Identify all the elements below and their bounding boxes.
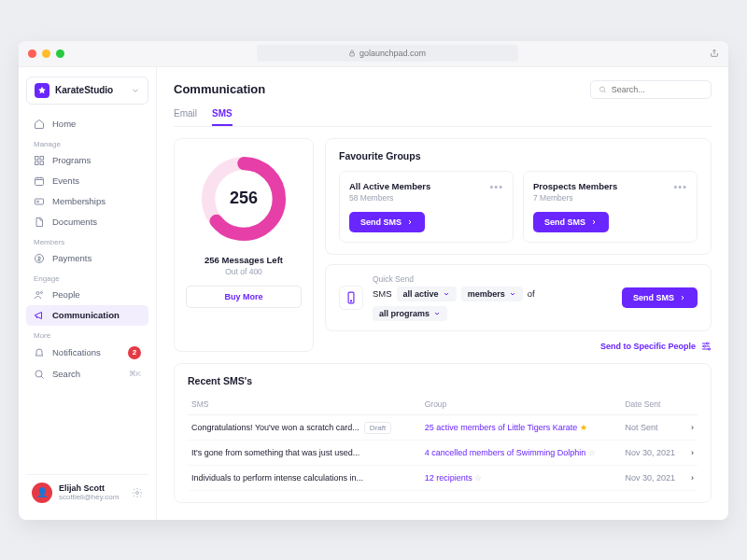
svg-point-7 [37,201,39,203]
send-sms-button[interactable]: Send SMS [349,212,425,232]
megaphone-icon [34,310,45,321]
svg-rect-1 [35,156,39,160]
tab-email[interactable]: Email [174,103,197,126]
group-sub: 58 Members [349,193,430,203]
traffic-light-close[interactable] [28,49,36,58]
bell-icon [34,347,45,358]
svg-rect-4 [40,161,44,165]
send-specific-link[interactable]: Send to Specific People [325,341,712,352]
table-row[interactable]: Individuals to perform intense calculati… [188,465,698,490]
star-icon: ★ [580,423,587,432]
people-icon [34,289,45,301]
recent-sms-title: Recent SMS's [188,375,698,386]
svg-point-10 [41,291,43,293]
col-date: Date Sent [621,394,685,415]
org-name: KarateStudio [55,85,113,95]
avatar: 👤 [32,483,52,503]
url-box[interactable]: golaunchpad.com [257,45,518,62]
search-input[interactable] [612,85,703,94]
favourite-groups-title: Favourite Groups [339,150,698,161]
nav-programs[interactable]: Programs [26,150,148,171]
svg-rect-5 [35,177,44,185]
sliders-icon [700,341,712,352]
nav-home[interactable]: Home [26,114,148,134]
section-more: More [26,326,148,342]
donut-value: 256 [197,152,290,245]
user-block[interactable]: 👤 Elijah Scott scottieli@hey.com [26,474,148,511]
document-icon [34,217,45,228]
table-row[interactable]: It's gone from something that was just u… [188,440,698,465]
nav-events[interactable]: Events [26,171,148,191]
svg-point-19 [704,345,706,347]
svg-rect-0 [350,53,355,56]
phone-icon [339,286,363,310]
nav-documents[interactable]: Documents [26,212,148,232]
quick-send-builder: SMS all active members of all programs [373,287,613,321]
messages-total: Out of 400 [186,267,302,276]
svg-rect-2 [40,156,44,160]
grid-icon [34,155,45,166]
chevron-down-icon [131,86,140,95]
share-icon[interactable] [710,49,719,58]
nav-memberships[interactable]: Memberships [26,191,148,212]
more-icon[interactable]: ••• [673,181,687,192]
notification-badge: 2 [128,346,141,359]
section-members: Members [26,232,148,248]
group-name: All Active Members [349,181,430,191]
chevron-right-icon: › [686,465,698,490]
traffic-light-minimize[interactable] [42,49,50,58]
svg-point-18 [707,343,709,344]
nav-notifications[interactable]: Notifications2 [26,342,148,364]
more-icon[interactable]: ••• [489,181,503,192]
group-card-active: All Active Members 58 Members ••• Send S… [339,171,514,243]
nav-communication[interactable]: Communication [26,305,148,326]
buy-more-button[interactable]: Buy More [186,286,302,308]
app-window: golaunchpad.com KarateStudio Home Manage… [19,41,728,520]
chevron-right-icon [590,218,598,226]
group-sub: 7 Members [533,193,617,203]
nav-search[interactable]: Search⌘K [26,364,148,385]
table-row[interactable]: Congratulations! You've won a scratch ca… [188,414,698,440]
col-sms: SMS [188,394,421,415]
filter-type[interactable]: members [461,287,523,301]
col-group: Group [421,394,622,415]
chevron-right-icon: › [686,414,698,440]
user-name: Elijah Scott [59,483,119,493]
send-sms-button[interactable]: Send SMS [533,212,609,232]
gear-icon[interactable] [132,487,143,498]
chevron-right-icon [679,294,686,301]
dollar-icon [34,253,45,264]
nav-people[interactable]: People [26,285,148,305]
svg-point-9 [36,291,39,294]
calendar-icon [34,175,45,187]
quick-send-button[interactable]: Send SMS [622,287,698,308]
chevron-right-icon [406,218,414,226]
group-name: Prospects Members [533,181,617,191]
filter-programs[interactable]: all programs [373,306,447,321]
search-box[interactable] [590,80,712,99]
svg-point-17 [350,300,351,301]
sidebar: KarateStudio Home Manage Programs Events… [19,67,157,520]
filter-status[interactable]: all active [397,287,457,301]
recent-sms-table: SMS Group Date Sent Congratulations! You… [188,394,698,491]
search-icon [34,369,45,380]
section-manage: Manage [26,134,148,150]
quick-send-label: Quick Send [373,274,613,284]
user-email: scottieli@hey.com [59,493,119,501]
tab-sms[interactable]: SMS [212,103,233,126]
lock-icon [348,49,356,57]
search-shortcut: ⌘K [129,370,141,378]
traffic-light-zoom[interactable] [56,49,64,58]
org-switcher[interactable]: KarateStudio [26,77,148,105]
card-icon [34,196,45,207]
messages-left-card: 256 256 Messages Left Out of 400 Buy Mor… [174,138,314,352]
quick-send-card: Quick Send SMS all active members of all… [325,264,712,331]
nav-payments[interactable]: Payments [26,248,148,269]
group-card-prospects: Prospects Members 7 Members ••• Send SMS [523,171,698,243]
recent-sms-card: Recent SMS's SMS Group Date Sent Congrat… [174,363,712,503]
svg-rect-3 [35,161,39,165]
chevron-right-icon: › [686,440,698,465]
org-logo-icon [35,83,49,98]
messages-left-label: 256 Messages Left [186,255,302,265]
star-outline-icon: ☆ [588,448,596,457]
